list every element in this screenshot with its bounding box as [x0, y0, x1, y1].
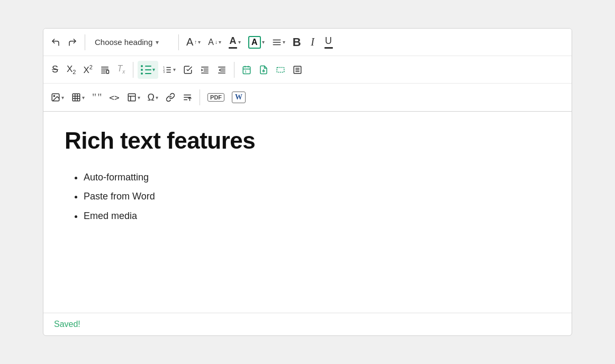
code-block-button[interactable]: <> — [106, 88, 122, 106]
link-icon — [166, 93, 175, 102]
bullet-list-chevron-icon: ▾ — [152, 67, 155, 72]
divider-3 — [133, 62, 133, 78]
word-label-wrapper: W — [232, 92, 246, 103]
font-color-label: A — [230, 35, 237, 47]
special-char-label: Ω — [148, 92, 155, 103]
clear-format-label: Tx — [117, 64, 125, 75]
font-size-chevron-icon: ▾ — [198, 39, 201, 45]
font-size-decrease-button[interactable]: A ↓ ▾ — [205, 33, 224, 51]
export-pdf-button[interactable]: PDF — [204, 88, 228, 106]
subscript-button[interactable]: X2 — [64, 61, 79, 79]
svg-rect-22 — [243, 67, 250, 74]
bullet-list: Auto-formatting Paste from Word Emed med… — [65, 169, 550, 224]
indent-right-button[interactable] — [197, 61, 213, 79]
font-size-decrease-chevron-icon: ▾ — [219, 39, 221, 45]
blockquote-button[interactable]: " " — [89, 88, 105, 106]
pdf-label: PDF — [207, 93, 224, 102]
word-label: W — [235, 93, 242, 102]
image-insert-button[interactable]: ▾ — [48, 88, 67, 106]
ordered-list-icon: 1 2 3 — [162, 65, 172, 75]
svg-rect-36 — [73, 94, 80, 101]
font-size-down-arrow: ↓ — [215, 39, 218, 45]
subscript-label: X2 — [67, 64, 76, 75]
font-color-wrapper: A — [229, 35, 237, 49]
align-icon — [272, 38, 282, 47]
editor-content[interactable]: Rich text features Auto-formatting Paste… — [43, 112, 572, 313]
status-bar: Saved! — [43, 313, 572, 335]
undo-button[interactable] — [48, 33, 64, 51]
indent-right-icon — [200, 65, 210, 75]
table-chevron-icon: ▾ — [82, 95, 85, 101]
clear-format-button[interactable]: Tx — [114, 61, 129, 79]
heading-select-button[interactable]: Choose heading ▾ — [89, 33, 174, 51]
insert-doc-icon — [259, 65, 268, 75]
editor-container: Choose heading ▾ A ↑ ▾ A ↓ ▾ A — [43, 28, 572, 336]
media-embed-button[interactable] — [179, 88, 195, 106]
svg-point-35 — [53, 95, 55, 96]
svg-rect-7 — [106, 70, 109, 73]
strikethrough-label: S — [52, 64, 58, 75]
align-chevron-icon: ▾ — [283, 39, 285, 45]
code-label: <> — [109, 93, 119, 103]
insert-frame-button[interactable] — [273, 61, 288, 79]
divider-1 — [85, 34, 85, 50]
font-size-increase-button[interactable]: A ↑ ▾ — [183, 33, 204, 51]
calendar-insert-button[interactable]: 1 — [239, 61, 255, 79]
ordered-list-chevron-icon: ▾ — [173, 67, 176, 72]
bullet-list-button[interactable]: ▾ — [138, 61, 158, 79]
list-item: Paste from Word — [84, 188, 550, 205]
insert-frame-icon — [276, 65, 285, 75]
insert-toc-button[interactable] — [290, 61, 305, 79]
blockquote-label: " — [92, 92, 96, 104]
superscript-label: X2 — [83, 64, 92, 76]
outdent-icon — [217, 65, 227, 75]
divider-2 — [178, 34, 179, 50]
ordered-list-button[interactable]: 1 2 3 ▾ — [159, 61, 179, 79]
list-item: Emed media — [84, 207, 550, 224]
font-size-up-arrow: ↑ — [194, 39, 197, 45]
svg-point-27 — [263, 70, 264, 71]
document-title: Rich text features — [65, 128, 550, 154]
strikethrough-button[interactable]: S — [48, 61, 62, 79]
heading-chevron-icon: ▾ — [156, 39, 159, 46]
toc-icon — [293, 65, 302, 75]
redo-button[interactable] — [65, 33, 80, 51]
special-char-chevron-icon: ▾ — [156, 95, 158, 101]
block-format-icon — [100, 65, 110, 75]
divider-4 — [234, 62, 234, 78]
divider-5 — [200, 89, 200, 105]
italic-button[interactable]: I — [305, 33, 320, 51]
svg-text:1: 1 — [245, 70, 247, 73]
calendar-icon: 1 — [242, 65, 251, 75]
insert-doc-button[interactable] — [256, 61, 272, 79]
blockquote-label2: " — [97, 92, 102, 104]
special-char-button[interactable]: Ω ▾ — [144, 88, 161, 106]
font-color-button[interactable]: A ▾ — [225, 33, 244, 51]
superscript-button[interactable]: X2 — [80, 61, 95, 79]
table-insert-button[interactable]: ▾ — [68, 88, 88, 106]
link-button[interactable] — [162, 88, 178, 106]
image-chevron-icon: ▾ — [61, 95, 64, 101]
toolbar-row-2: S X2 X2 Tx — [43, 56, 572, 84]
underline-wrapper: U — [324, 35, 333, 49]
template-insert-button[interactable]: ▾ — [124, 88, 143, 106]
outdent-button[interactable] — [214, 61, 230, 79]
bold-button[interactable]: B — [290, 33, 304, 51]
align-button[interactable]: ▾ — [269, 33, 288, 51]
heading-select-label: Choose heading — [95, 38, 152, 47]
template-chevron-icon: ▾ — [138, 95, 140, 101]
media-icon — [183, 93, 192, 102]
text-highlight-button[interactable]: A ▾ — [245, 33, 268, 51]
image-icon — [51, 93, 60, 102]
todo-list-button[interactable] — [180, 61, 196, 79]
text-highlight-label: A — [251, 38, 258, 47]
saved-status: Saved! — [54, 320, 80, 329]
font-color-underline — [229, 47, 237, 49]
toolbar: Choose heading ▾ A ↑ ▾ A ↓ ▾ A — [43, 29, 572, 112]
svg-rect-29 — [277, 67, 284, 72]
underline-button[interactable]: U — [321, 33, 336, 51]
block-format-button[interactable] — [97, 61, 113, 79]
export-word-button[interactable]: W — [229, 88, 249, 106]
table-icon — [71, 93, 81, 102]
bold-label: B — [293, 35, 301, 49]
